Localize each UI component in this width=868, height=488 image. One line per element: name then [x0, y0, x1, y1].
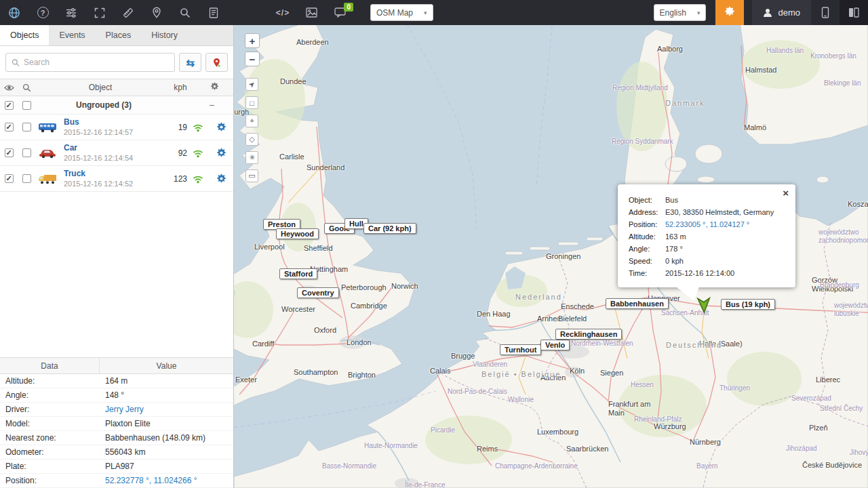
object-speed: 123: [167, 174, 187, 184]
object-settings-icon[interactable]: [209, 174, 233, 184]
help-icon[interactable]: ?: [28, 0, 57, 25]
place-marker-label[interactable]: Recklinghausen: [555, 329, 622, 340]
search-input[interactable]: [24, 58, 169, 67]
object-select-checkbox[interactable]: [22, 148, 31, 157]
popup-field-value[interactable]: 52.233005 °, 11.024127 °: [665, 218, 786, 230]
data-value: PLA987: [100, 462, 233, 471]
ruler-icon[interactable]: [114, 0, 142, 25]
object-marker-label[interactable]: Car (92 kph): [363, 223, 416, 234]
fit-markers-button[interactable]: [205, 53, 228, 72]
tab-places[interactable]: Places: [96, 25, 142, 45]
object-select-checkbox[interactable]: [22, 123, 31, 131]
popup-field-label: Time:: [629, 267, 665, 279]
place-marker-label[interactable]: Venlo: [540, 340, 570, 350]
magnifier-icon[interactable]: [18, 83, 35, 92]
data-value: 556043 km: [100, 447, 233, 457]
box-select-icon[interactable]: □: [245, 96, 258, 109]
popup-field-label: Speed:: [629, 255, 665, 267]
panel-toggle-icon[interactable]: [840, 0, 868, 25]
collapse-group-icon[interactable]: −: [190, 100, 233, 110]
place-marker-label[interactable]: Coventry: [297, 287, 339, 298]
place-marker-label[interactable]: Babbenhausen: [606, 298, 669, 309]
kph-column-header[interactable]: kph: [165, 83, 195, 92]
search-icon: [12, 58, 20, 67]
topbar: ? </>: [0, 0, 868, 25]
places-pin-icon[interactable]: [142, 0, 171, 25]
object-timestamp: 2015-12-16 12:14:52: [64, 179, 167, 188]
data-row: Odometer:556043 km: [0, 445, 233, 460]
logo-globe-icon[interactable]: [0, 0, 28, 25]
object-marker-label[interactable]: Bus (19 kph): [721, 299, 775, 310]
eye-icon[interactable]: [0, 84, 18, 92]
tab-objects[interactable]: Objects: [0, 25, 49, 45]
group-row[interactable]: ✓ Ungrouped (3) −: [0, 96, 233, 115]
binoculars-icon[interactable]: ⌖: [245, 115, 258, 127]
cluster-icon-glyph: ✳: [249, 153, 255, 162]
ruler-icon[interactable]: ▭: [245, 169, 258, 182]
object-name[interactable]: Car: [64, 143, 167, 154]
reports-icon[interactable]: [199, 0, 228, 25]
quick-settings-button[interactable]: [715, 0, 744, 25]
group-select-checkbox[interactable]: [22, 101, 31, 110]
object-column-header[interactable]: Object: [35, 83, 165, 92]
wrench-icon: [210, 82, 219, 93]
zoom-in-button[interactable]: +: [245, 33, 260, 48]
user-menu[interactable]: demo: [752, 0, 811, 25]
fullscreen-icon[interactable]: [85, 0, 114, 25]
data-column-header: Data: [0, 358, 100, 373]
signal-icon: [187, 123, 209, 132]
reload-objects-button[interactable]: ⇆: [179, 53, 201, 72]
map[interactable]: AberdeenDundeeEdinburghCarlisleSunderlan…: [234, 25, 868, 488]
object-settings-icon[interactable]: [209, 148, 233, 158]
object-visibility-checkbox[interactable]: ✓: [5, 148, 14, 157]
popup-row: Address:E30, 38350 Helmstedt, Germany: [629, 206, 786, 218]
object-row[interactable]: ✓Car2015-12-16 12:14:5492: [0, 140, 233, 166]
object-data-panel: Data Value Altitude:164 mAngle:148 °Driv…: [0, 357, 233, 488]
popup-field-label: Object:: [629, 194, 665, 206]
object-settings-icon[interactable]: [209, 122, 233, 132]
object-row[interactable]: ✓Bus2015-12-16 12:14:5719: [0, 115, 233, 140]
settings-sliders-icon[interactable]: [57, 0, 85, 25]
language-value: English: [660, 8, 686, 18]
place-marker-label[interactable]: Heywood: [276, 228, 319, 239]
data-value: 148 °: [100, 390, 233, 400]
zoom-out-button[interactable]: −: [245, 52, 260, 66]
language-select[interactable]: English ▾: [654, 4, 707, 21]
group-visibility-checkbox[interactable]: ✓: [5, 101, 14, 110]
code-icon[interactable]: </>: [269, 0, 297, 25]
data-value[interactable]: Jerry Jerry: [100, 405, 233, 414]
object-timestamp: 2015-12-16 12:14:57: [64, 127, 167, 137]
object-visibility-checkbox[interactable]: ✓: [5, 174, 14, 183]
data-table-body: Altitude:164 mAngle:148 °Driver:Jerry Je…: [0, 374, 233, 488]
object-row[interactable]: ✓Truck2015-12-16 12:14:52123: [0, 166, 233, 192]
data-label: Plate:: [0, 462, 100, 471]
bus-direction-arrow[interactable]: [695, 296, 713, 316]
tab-history[interactable]: History: [141, 25, 188, 45]
popup-field-value: 2015-12-16 12:14:00: [665, 267, 786, 279]
object-list-header: Object kph: [0, 79, 233, 96]
settings-column-header[interactable]: [195, 82, 233, 93]
polygon-icon[interactable]: ◇: [245, 133, 258, 146]
search-icon[interactable]: [171, 0, 199, 25]
place-marker-label[interactable]: Stafford: [279, 268, 317, 279]
chat-icon[interactable]: 0: [326, 0, 354, 25]
popup-close-icon[interactable]: ×: [783, 188, 789, 198]
vehicle-icon-truck: [35, 174, 60, 184]
vehicle-icon-bus: [35, 122, 60, 133]
mobile-icon[interactable]: [811, 0, 840, 25]
data-value[interactable]: 52.232778 °, 11.024266 °: [100, 476, 233, 485]
nav-arrow-icon[interactable]: ➤: [245, 78, 258, 91]
place-marker-label[interactable]: Turnhout: [500, 344, 541, 355]
gallery-icon[interactable]: [297, 0, 326, 25]
object-visibility-checkbox[interactable]: ✓: [5, 123, 14, 131]
binoculars-icon-glyph: ⌖: [250, 117, 254, 125]
object-select-checkbox[interactable]: [22, 174, 31, 183]
data-value: 164 m: [100, 376, 233, 386]
map-type-select[interactable]: OSM Map ▾: [370, 4, 433, 21]
data-value: Plaxton Elite: [100, 419, 233, 428]
data-row: Driver:Jerry Jerry: [0, 403, 233, 417]
object-name[interactable]: Bus: [64, 117, 167, 128]
tab-events[interactable]: Events: [49, 25, 95, 45]
cluster-icon[interactable]: ✳: [245, 151, 258, 164]
object-name[interactable]: Truck: [64, 169, 167, 180]
